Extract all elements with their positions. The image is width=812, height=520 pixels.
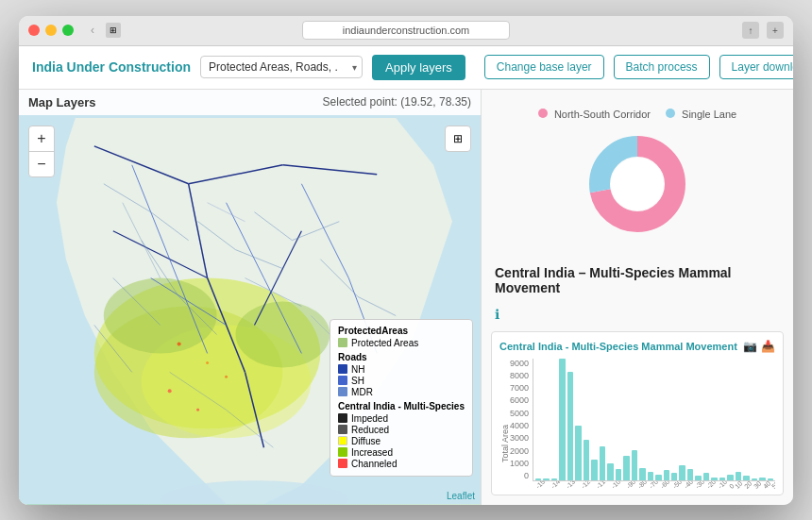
svg-point-5	[104, 277, 217, 353]
x-axis-label: -80	[636, 481, 648, 490]
legend-color-increased	[338, 447, 347, 457]
svg-point-43	[178, 342, 181, 345]
close-button[interactable]	[28, 25, 40, 36]
bar-item	[671, 473, 677, 479]
bar-item	[639, 468, 645, 480]
x-axis-label: -30	[694, 481, 705, 490]
chart-header: Central India - Multi-Species Mammal Mov…	[499, 340, 775, 353]
x-axis-label: -140	[550, 481, 564, 490]
x-axis-label: 20	[743, 481, 753, 490]
legend-section-roads-title: Roads	[338, 352, 465, 362]
window-controls	[28, 25, 74, 36]
map-panel[interactable]: Map Layers Selected point: (19.52, 78.35…	[19, 90, 482, 505]
legend-color-protected	[338, 338, 347, 347]
x-axis-label: -150	[534, 481, 549, 490]
bar-item	[695, 476, 701, 479]
x-axis-label: -50	[671, 481, 683, 490]
bar-item	[655, 475, 661, 480]
layer-select-wrapper[interactable]: Protected Areas, Roads, .	[200, 56, 363, 78]
map-title: Map Layers	[28, 95, 96, 109]
legend-section-mammal-title: Central India - Multi-Species	[338, 401, 465, 411]
svg-point-40	[168, 389, 172, 393]
bar-item	[632, 450, 637, 480]
x-axis-label: -130	[565, 481, 579, 490]
bar-item	[551, 478, 557, 479]
download-chart-button[interactable]: 📷	[743, 340, 757, 353]
legend-color-channeled	[338, 459, 347, 468]
bar-item	[543, 478, 549, 479]
bar-item	[752, 478, 757, 479]
bar-item	[567, 372, 573, 480]
legend-color-reduced	[338, 425, 347, 434]
bar-item	[768, 478, 773, 479]
change-base-layer-button[interactable]: Change base layer	[484, 55, 604, 79]
url-bar[interactable]: indiaunderconstruction.com	[302, 21, 510, 40]
legend-color-diffuse	[338, 436, 347, 445]
legend-color-sh	[338, 376, 347, 385]
grid-icon: ⊞	[106, 23, 121, 38]
bar-item	[559, 359, 565, 480]
bar-item	[616, 469, 621, 479]
legend-item-diffuse: Diffuse	[338, 436, 465, 446]
north-south-color	[538, 109, 548, 118]
x-axis-label: -40	[683, 481, 694, 490]
x-axis-label: -100	[610, 481, 624, 490]
minimize-button[interactable]	[45, 25, 57, 36]
layer-select[interactable]: Protected Areas, Roads, .	[200, 56, 363, 78]
share-button[interactable]: ↑	[742, 22, 759, 39]
main-content: Map Layers Selected point: (19.52, 78.35…	[19, 90, 793, 505]
zoom-out-button[interactable]: −	[29, 152, 54, 176]
right-panel: North-South Corridor Single Lane	[482, 90, 793, 505]
legend-item-nh: NH	[338, 364, 465, 375]
y-axis: Total Area 9000 8000 7000 6000 5000 4000…	[499, 359, 533, 481]
export-chart-button[interactable]: 📥	[761, 340, 775, 353]
donut-legend-item-2: Single Lane	[666, 109, 736, 120]
map-layer-toggle-button[interactable]: ⊞	[445, 126, 471, 152]
y-label-vertical: Total Area	[500, 425, 510, 462]
legend-color-impeded	[338, 413, 347, 423]
x-axis-label: 50	[770, 481, 775, 490]
new-tab-button[interactable]: +	[767, 22, 784, 39]
bar-item	[623, 456, 629, 480]
zoom-in-button[interactable]: +	[29, 126, 54, 151]
legend-color-nh	[338, 364, 347, 374]
bar-item	[600, 446, 605, 480]
map-zoom-controls: + −	[28, 126, 55, 177]
map-header: Map Layers Selected point: (19.52, 78.35…	[19, 90, 481, 115]
titlebar: ‹ ⊞ indiaunderconstruction.com ↑ +	[19, 16, 793, 46]
legend-item-mdr: MDR	[338, 387, 465, 397]
x-axis-label: -120	[580, 481, 594, 490]
nav-buttons: ‹ ⊞	[83, 21, 121, 40]
bar-item	[759, 478, 765, 480]
donut-chart	[581, 127, 694, 241]
x-axis-label: -110	[595, 481, 609, 490]
svg-point-41	[196, 408, 199, 411]
donut-legend: North-South Corridor Single Lane	[538, 109, 736, 120]
chart-title: Central India - Multi-Species Mammal Mov…	[499, 341, 737, 352]
section-title: Central India – Multi-Species Mammal Mov…	[491, 265, 784, 295]
titlebar-actions: ↑ +	[742, 22, 784, 39]
bar-item	[575, 426, 581, 479]
bar-item	[719, 478, 725, 479]
batch-process-button[interactable]: Batch process	[614, 55, 710, 79]
legend-item-channeled: Channeled	[338, 459, 465, 469]
layer-download-button[interactable]: Layer download	[719, 55, 793, 79]
legend-color-mdr	[338, 387, 347, 396]
legend-item-reduced: Reduced	[338, 425, 465, 435]
info-icon: ℹ	[491, 307, 784, 322]
bars-container	[533, 359, 775, 481]
svg-point-42	[206, 361, 209, 363]
bar-item	[591, 460, 597, 480]
legend-item-sh: SH	[338, 376, 465, 386]
apply-layers-button[interactable]: Apply layers	[372, 55, 465, 80]
x-axis: -150-140-130-120-110-100-90-80-70-60-50-…	[533, 481, 775, 492]
donut-section: North-South Corridor Single Lane	[491, 99, 784, 250]
maximize-button[interactable]	[62, 25, 74, 36]
bar-item	[607, 463, 613, 479]
back-button[interactable]: ‹	[83, 21, 102, 40]
single-lane-color	[666, 109, 675, 118]
bar-item	[743, 476, 749, 479]
bar-item	[664, 470, 669, 479]
leaflet-credit: Leaflet	[447, 491, 475, 501]
selected-point: Selected point: (19.52, 78.35)	[323, 95, 471, 109]
